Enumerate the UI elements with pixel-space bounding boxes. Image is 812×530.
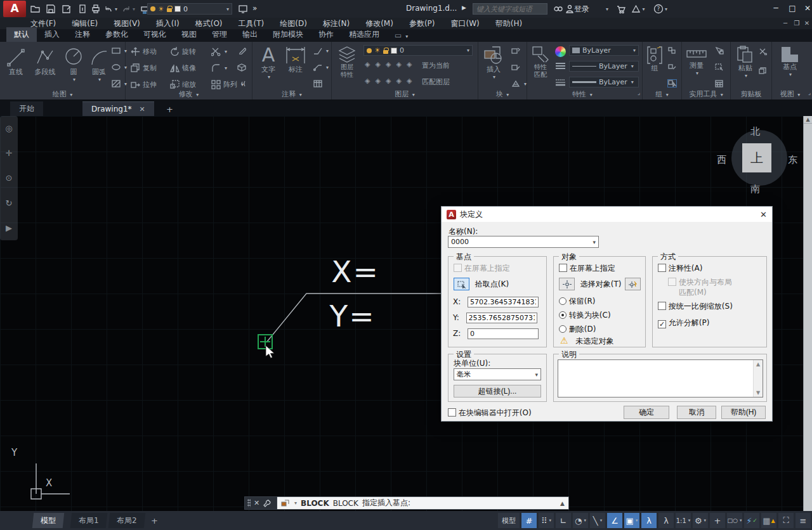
- panel-label-group[interactable]: 组 ▾: [643, 89, 681, 100]
- dialog-launcher-icon[interactable]: ⌟: [638, 89, 640, 96]
- paste-tool[interactable]: 粘贴▾: [733, 46, 757, 79]
- checkbox-icon[interactable]: [658, 302, 666, 310]
- block-name-combo[interactable]: 0000 ▾: [448, 236, 599, 248]
- linetype-combo[interactable]: ByLayer ▾: [569, 61, 639, 72]
- insert-block-tool[interactable]: 插入▾: [481, 46, 506, 80]
- viewcube-north-label[interactable]: 北: [750, 126, 760, 138]
- layer-match-icon[interactable]: ◈: [407, 77, 412, 84]
- signin-label[interactable]: 登录: [574, 4, 589, 15]
- copy-tool[interactable]: 复制: [131, 63, 157, 73]
- ribbon-display-toggle-icon[interactable]: ▭ ▾: [387, 29, 416, 42]
- description-textarea[interactable]: ▲ ▼: [558, 359, 763, 398]
- layer-off-icon[interactable]: ◈: [365, 61, 370, 68]
- tab-manage[interactable]: 管理: [204, 27, 235, 42]
- set-current-tool[interactable]: 置为当前: [422, 61, 450, 70]
- close-button[interactable]: ✕: [801, 4, 812, 13]
- snap-mode-toggle[interactable]: ⠿▾: [539, 513, 554, 528]
- open-in-block-editor-checkbox[interactable]: 在块编辑器中打开(O): [448, 408, 532, 418]
- clean-screen-toggle[interactable]: ⛶: [778, 513, 794, 528]
- leader-tool[interactable]: ▾: [313, 47, 329, 55]
- erase-tool[interactable]: [237, 47, 246, 55]
- quick-select-button[interactable]: [625, 278, 641, 290]
- hatch-tool[interactable]: ▾: [112, 80, 127, 87]
- tab-addins[interactable]: 附加模块: [265, 27, 311, 42]
- recent-commands-icon[interactable]: ▲: [560, 500, 565, 507]
- tab-output[interactable]: 输出: [235, 27, 265, 42]
- text-tool[interactable]: A 文字▾: [258, 44, 279, 80]
- ellipse-tool[interactable]: ▾: [112, 63, 127, 71]
- match-properties-tool[interactable]: 特性匹配: [528, 46, 553, 78]
- maximize-button[interactable]: □: [785, 4, 799, 13]
- command-grip[interactable]: ✕: [244, 496, 277, 510]
- panel-label-utilities[interactable]: 实用工具 ▾: [682, 89, 730, 100]
- layer-select-combo[interactable]: ☀ 0 ▾: [363, 45, 473, 56]
- graphics-performance-toggle[interactable]: ⚡✓: [744, 513, 759, 528]
- rotate-tool[interactable]: 旋转: [170, 47, 196, 56]
- block-unit-combo[interactable]: 毫米 ▾: [454, 368, 541, 380]
- file-tab-start[interactable]: 开始: [10, 101, 43, 116]
- model-tab[interactable]: 模型: [32, 513, 65, 528]
- tab-visualize[interactable]: 可视化: [136, 27, 174, 42]
- layer-freeze-icon[interactable]: ◈: [386, 61, 391, 68]
- polyline-tool[interactable]: 多段线: [30, 46, 60, 77]
- panel-label-draw[interactable]: 绘图 ▾: [0, 89, 125, 100]
- new-tab-icon[interactable]: +: [166, 105, 173, 114]
- ungroup-tool[interactable]: [668, 47, 676, 54]
- tab-annotate[interactable]: 注释: [67, 27, 98, 42]
- mirror-tool[interactable]: 镜像: [170, 63, 196, 73]
- scroll-up-icon[interactable]: ▲: [756, 361, 760, 367]
- select-objects-button[interactable]: 选择对象(T): [559, 278, 622, 290]
- app-logo-icon[interactable]: A: [3, 1, 26, 17]
- viewcube-south-label[interactable]: 南: [750, 183, 760, 195]
- pick-point-icon[interactable]: [454, 278, 469, 290]
- tab-collaborate[interactable]: 协作: [311, 27, 341, 42]
- save-as-icon[interactable]: [60, 2, 74, 16]
- drag-handle-icon[interactable]: [247, 499, 251, 507]
- selection-filtering-button[interactable]: □○▾: [727, 513, 742, 528]
- doc-close-button[interactable]: ✕: [802, 20, 812, 27]
- annotation-visibility-toggle[interactable]: λ: [641, 513, 657, 528]
- quick-calc-tool[interactable]: [715, 80, 723, 87]
- arc-tool[interactable]: 圆弧▾: [88, 46, 110, 82]
- circle-tool[interactable]: 圆▾: [62, 46, 85, 82]
- layer-properties-tool[interactable]: 图层特性: [334, 46, 360, 78]
- select-objects-icon[interactable]: [559, 278, 575, 290]
- model-paper-toggle[interactable]: 模型: [498, 513, 520, 528]
- menu-help[interactable]: 帮助(H): [495, 18, 522, 29]
- panel-label-properties[interactable]: 特性 ▾ ⌟: [527, 89, 642, 100]
- uniform-scale-checkbox[interactable]: 按统一比例缩放(S): [658, 301, 733, 312]
- new-layout-icon[interactable]: +: [151, 516, 158, 526]
- pick-point-button[interactable]: 拾取点(K): [454, 278, 509, 290]
- move-tool[interactable]: 移动: [131, 47, 157, 56]
- color-wheel-icon[interactable]: [555, 46, 566, 57]
- open-icon[interactable]: [28, 2, 42, 16]
- create-block-tool[interactable]: [511, 47, 520, 55]
- tab-parametric[interactable]: 参数化: [98, 27, 136, 42]
- viewcube-east-label[interactable]: 东: [788, 154, 797, 166]
- trim-tool[interactable]: ▾: [211, 47, 227, 56]
- measure-tool[interactable]: 测量▾: [684, 46, 709, 76]
- base-view-tool[interactable]: 基点▾: [777, 46, 802, 77]
- objects-onscreen-checkbox[interactable]: 在屏幕上指定: [559, 263, 615, 274]
- customization-menu-button[interactable]: ≡: [796, 513, 811, 528]
- object-snap-toggle[interactable]: ▣▾: [624, 513, 639, 528]
- dialog-launcher-icon[interactable]: ⌟: [808, 89, 811, 96]
- layer-on-all-icon[interactable]: ◈: [365, 77, 370, 84]
- annotation-scale-button[interactable]: 1:1▾: [676, 513, 691, 528]
- help-button[interactable]: 帮助(H): [721, 406, 766, 419]
- textarea-scrollbar[interactable]: ▲ ▼: [753, 360, 763, 397]
- group-edit-tool[interactable]: [668, 63, 676, 70]
- signin-caret-icon[interactable]: ▾: [606, 6, 608, 12]
- layout2-tab[interactable]: 布局2: [108, 513, 145, 528]
- customize-wrench-icon[interactable]: [263, 499, 272, 508]
- annotative-checkbox[interactable]: 注释性(A): [658, 263, 702, 274]
- offset-tool[interactable]: [237, 80, 246, 87]
- radio-icon[interactable]: [559, 325, 566, 333]
- object-color-combo[interactable]: ByLayer ▾: [569, 45, 639, 56]
- panel-label-view[interactable]: 视图 ▾ ⌟: [772, 89, 812, 100]
- cut-tool[interactable]: [759, 48, 767, 55]
- lineweight-combo[interactable]: ByLayer ▾: [569, 77, 639, 87]
- rectangle-tool[interactable]: ▾: [112, 47, 127, 55]
- mleader-tool[interactable]: ▾: [313, 63, 329, 71]
- layout1-tab[interactable]: 布局1: [70, 513, 107, 528]
